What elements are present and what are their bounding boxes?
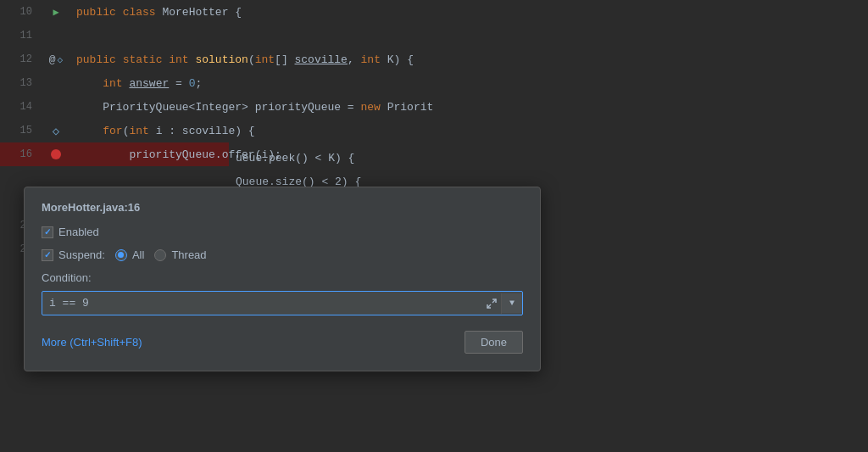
thread-radio[interactable]: [154, 249, 166, 261]
code-content-10: public class MoreHotter {: [73, 6, 242, 19]
done-button[interactable]: Done: [465, 331, 523, 354]
code-line-11: 11: [0, 24, 229, 47]
condition-input[interactable]: [42, 292, 481, 315]
line-num-14: 14: [7, 101, 32, 113]
right-line-4: [229, 71, 868, 95]
enabled-checkbox[interactable]: [42, 226, 53, 238]
suspend-checkbox[interactable]: [42, 249, 53, 261]
gutter-run-10: ▶: [39, 6, 73, 19]
code-content-16: priorityQueue.offer(i);: [73, 148, 281, 161]
code-line-16: 16 priorityQueue.offer(i);: [0, 142, 229, 166]
code-content-14: PriorityQueue<Integer> priorityQueue = n…: [73, 101, 433, 114]
all-radio-text: All: [132, 248, 144, 261]
thread-radio-label[interactable]: Thread: [154, 248, 206, 261]
diamond-icon-12: ◇: [58, 54, 64, 65]
line-num-10: 10: [7, 6, 32, 18]
line-num-16: 16: [7, 148, 32, 160]
code-line-10: 10 ▶ public class MoreHotter {: [0, 0, 229, 24]
dropdown-button[interactable]: ▼: [502, 293, 522, 313]
condition-label: Condition:: [42, 271, 523, 284]
code-line-12: 12 @ ◇ public static int solution(int[] …: [0, 47, 229, 71]
right-line-2: [229, 24, 868, 47]
enabled-label[interactable]: Enabled: [42, 226, 99, 238]
suspend-label[interactable]: Suspend:: [42, 248, 105, 261]
code-line-15: 15 ◇ for(int i : scoville) {: [0, 119, 229, 142]
expand-button[interactable]: [481, 293, 502, 314]
suspend-row: Suspend: All Thread: [42, 248, 523, 261]
condition-input-wrapper: ▼: [42, 291, 523, 315]
code-line-14: 14 PriorityQueue<Integer> priorityQueue …: [0, 95, 229, 119]
popup-title: MoreHotter.java:16: [42, 201, 523, 214]
right-line-6: [229, 119, 868, 142]
breakpoint-popup: MoreHotter.java:16 Enabled Suspend: All …: [24, 187, 541, 371]
thread-radio-text: Thread: [171, 248, 206, 261]
enabled-text: Enabled: [58, 226, 99, 238]
line-num-12: 12: [7, 53, 32, 65]
code-content-12: public static int solution(int[] scovill…: [73, 53, 414, 66]
all-radio-label[interactable]: All: [115, 248, 144, 261]
right-line-1: [229, 0, 868, 24]
all-radio[interactable]: [115, 249, 127, 261]
popup-footer: More (Ctrl+Shift+F8) Done: [42, 331, 523, 354]
breakpoint-icon: [51, 149, 61, 159]
at-icon: @: [49, 53, 56, 66]
gutter-breakpoint-16: [39, 149, 73, 159]
run-icon: ▶: [53, 6, 58, 19]
line-num-13: 13: [7, 77, 32, 89]
right-peek: ueue.peek() < K) {: [229, 146, 868, 170]
gutter-diamond-15: ◇: [39, 124, 73, 138]
code-content-15: for(int i : scoville) {: [73, 125, 255, 137]
gutter-at-12: @ ◇: [39, 53, 73, 66]
line-num-15: 15: [7, 125, 32, 137]
line-num-11: 11: [7, 30, 32, 42]
suspend-radio-group: All Thread: [115, 248, 207, 261]
diamond-icon-15: ◇: [53, 124, 59, 138]
more-link[interactable]: More (Ctrl+Shift+F8): [42, 336, 142, 349]
enabled-row: Enabled: [42, 226, 523, 238]
suspend-text: Suspend:: [58, 248, 105, 261]
code-line-13: 13 int answer = 0;: [0, 71, 229, 95]
code-content-13: int answer = 0;: [73, 77, 202, 90]
